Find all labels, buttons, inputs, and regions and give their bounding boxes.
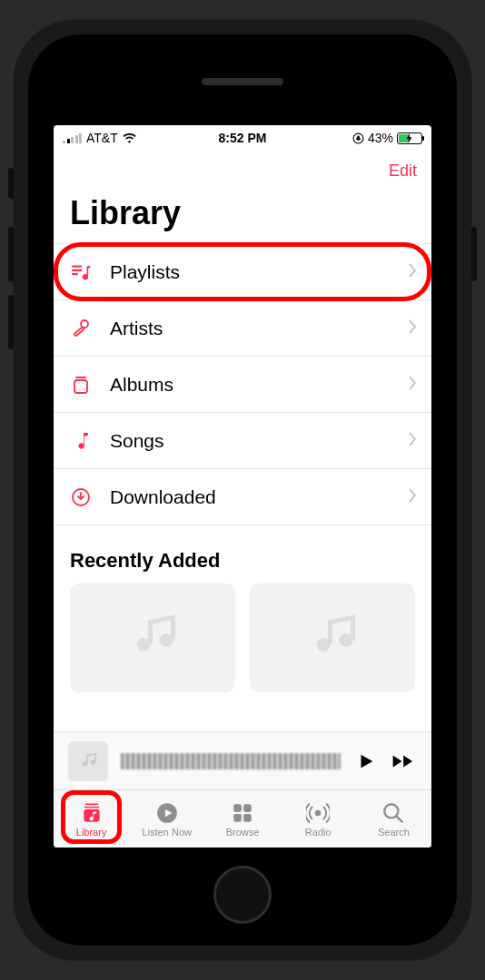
tab-search[interactable]: Search <box>356 790 431 848</box>
svg-rect-7 <box>233 804 242 812</box>
chevron-right-icon <box>408 376 417 394</box>
recently-added-title: Recently Added <box>54 525 431 583</box>
forward-button[interactable] <box>391 749 417 774</box>
tab-radio[interactable]: Radio <box>281 790 356 848</box>
list-label: Downloaded <box>110 486 408 508</box>
tab-label: Search <box>378 827 410 838</box>
play-circle-icon <box>155 801 179 825</box>
list-item-songs[interactable]: Songs <box>54 413 431 469</box>
tab-label: Listen Now <box>143 827 192 838</box>
list-label: Artists <box>110 318 408 339</box>
tab-label: Library <box>76 827 107 838</box>
recently-added-row <box>54 583 431 692</box>
svg-point-11 <box>315 809 322 816</box>
now-playing-title-redacted <box>121 753 341 769</box>
search-icon <box>381 801 405 825</box>
tab-label: Radio <box>305 827 332 838</box>
note-icon <box>78 751 98 771</box>
note-icon <box>305 611 360 665</box>
svg-rect-3 <box>74 380 87 393</box>
svg-rect-8 <box>243 804 252 812</box>
signal-icon <box>63 133 82 143</box>
nav-bar: Edit <box>54 151 431 191</box>
page-title: Library <box>54 191 431 243</box>
list-label: Albums <box>110 374 408 396</box>
tab-label: Browse <box>226 827 260 838</box>
chevron-right-icon <box>408 263 417 281</box>
grid-icon <box>231 801 254 825</box>
svg-point-1 <box>81 320 88 328</box>
screen: AT&T 8:52 PM 43% <box>54 125 431 848</box>
edit-button[interactable]: Edit <box>389 162 417 181</box>
now-playing-bar[interactable] <box>54 731 431 789</box>
album-placeholder[interactable] <box>70 583 235 692</box>
chevron-right-icon <box>408 319 417 338</box>
svg-rect-2 <box>74 327 84 336</box>
note-icon <box>68 428 94 454</box>
carrier-label: AT&T <box>86 131 118 145</box>
radio-icon <box>306 801 330 825</box>
album-icon <box>68 372 94 397</box>
chevron-right-icon <box>408 432 417 450</box>
list-item-downloaded[interactable]: Downloaded <box>54 469 431 525</box>
chevron-right-icon <box>408 488 417 506</box>
tab-browse[interactable]: Browse <box>204 790 280 848</box>
list-item-playlists[interactable]: Playlists <box>54 244 431 300</box>
list-label: Songs <box>110 430 408 452</box>
library-list: Playlists Artists <box>54 243 431 525</box>
power-button <box>471 227 477 281</box>
list-item-albums[interactable]: Albums <box>54 357 431 413</box>
tab-library[interactable]: Library <box>54 790 129 848</box>
playlist-icon <box>68 260 94 285</box>
list-label: Playlists <box>110 261 408 283</box>
speaker-grille <box>202 78 283 85</box>
wifi-icon <box>123 133 136 143</box>
tab-listen-now[interactable]: Listen Now <box>129 790 204 848</box>
tab-bar: Library Listen Now Browse Radio S <box>54 789 431 848</box>
time-label: 8:52 PM <box>183 131 302 145</box>
svg-point-12 <box>385 804 399 818</box>
download-icon <box>68 485 94 510</box>
library-icon <box>80 801 104 825</box>
home-button[interactable] <box>213 866 272 924</box>
battery-pct-label: 43% <box>368 131 393 145</box>
battery-icon <box>397 132 422 144</box>
orientation-lock-icon <box>352 132 364 144</box>
now-playing-artwork <box>68 741 108 781</box>
status-bar: AT&T 8:52 PM 43% <box>54 125 431 151</box>
svg-rect-10 <box>243 814 252 822</box>
microphone-icon <box>68 316 94 341</box>
volume-up-button <box>8 227 14 281</box>
volume-down-button <box>8 295 14 349</box>
list-item-artists[interactable]: Artists <box>54 300 431 357</box>
svg-rect-9 <box>233 814 242 822</box>
mute-switch <box>8 168 14 199</box>
album-placeholder[interactable] <box>250 583 415 692</box>
phone-frame: AT&T 8:52 PM 43% <box>12 18 473 962</box>
note-icon <box>125 611 180 665</box>
play-button[interactable] <box>353 749 379 774</box>
